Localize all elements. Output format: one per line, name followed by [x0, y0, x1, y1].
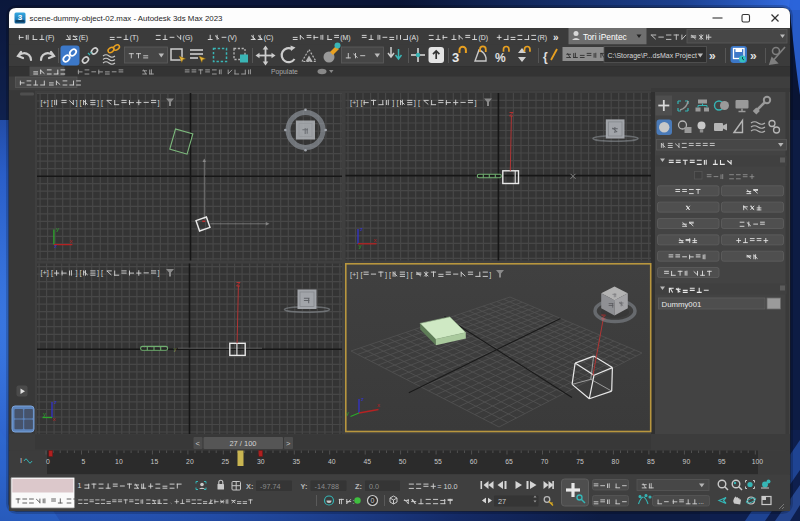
svg-text:y: y: [346, 410, 349, 416]
svg-text:(C): (C): [264, 34, 274, 42]
svg-text:(R): (R): [537, 34, 547, 42]
svg-text:30: 30: [257, 458, 265, 465]
svg-text:] [: ] [: [406, 270, 412, 279]
svg-text:(G): (G): [183, 34, 193, 42]
svg-text:-97.74: -97.74: [260, 482, 280, 491]
svg-text:] [: ] [: [75, 268, 81, 277]
svg-text:z: z: [360, 226, 363, 232]
svg-text:Y:: Y:: [301, 482, 308, 491]
svg-text:80: 80: [612, 458, 620, 465]
svg-text:40: 40: [328, 458, 336, 465]
svg-text:]: ]: [489, 270, 491, 279]
svg-text:(V): (V): [228, 34, 237, 42]
svg-text:]: ]: [158, 98, 160, 107]
svg-text:z: z: [361, 396, 364, 402]
svg-text:25: 25: [222, 458, 230, 465]
svg-text:Dummy001: Dummy001: [662, 300, 702, 309]
svg-text:0: 0: [46, 458, 50, 465]
svg-text:x: x: [53, 416, 56, 422]
svg-text:0.0: 0.0: [369, 482, 379, 491]
svg-text:85: 85: [647, 458, 655, 465]
svg-text:(M): (M): [340, 34, 350, 42]
svg-text:X:: X:: [246, 482, 253, 491]
svg-text:] [: ] [: [75, 98, 81, 107]
svg-text:100: 100: [752, 458, 764, 465]
svg-text:75: 75: [576, 458, 584, 465]
svg-text:] [: ] [: [385, 270, 391, 279]
svg-text:50: 50: [399, 458, 407, 465]
svg-text::: :: [353, 497, 355, 506]
svg-text:[+] [: [+] [: [350, 98, 363, 107]
svg-text:] [: ] [: [414, 98, 420, 107]
svg-text:] [: ] [: [97, 98, 103, 107]
svg-text:20: 20: [186, 458, 194, 465]
svg-text:65: 65: [505, 458, 513, 465]
svg-text:Tori iPentec: Tori iPentec: [583, 32, 627, 42]
svg-text:z: z: [54, 243, 57, 249]
svg-text:-14.788: -14.788: [315, 482, 339, 491]
svg-text:(D): (D): [478, 34, 488, 42]
svg-text:45: 45: [363, 458, 371, 465]
svg-text:x: x: [70, 238, 73, 244]
svg-text:70: 70: [541, 458, 549, 465]
svg-text:3: 3: [18, 13, 23, 22]
svg-text:...: ...: [698, 498, 704, 505]
svg-text:27: 27: [498, 497, 506, 506]
svg-text:Z:: Z:: [355, 482, 362, 491]
svg-text:10: 10: [115, 458, 123, 465]
svg-text:x: x: [374, 237, 377, 243]
svg-text:z: z: [54, 399, 57, 405]
svg-text:%: %: [495, 51, 506, 65]
svg-text:[+] [: [+] [: [41, 268, 54, 277]
svg-text:3: 3: [452, 50, 459, 65]
svg-text:0: 0: [371, 497, 375, 504]
svg-text:]: ]: [158, 268, 160, 277]
svg-text:1: 1: [78, 482, 82, 490]
svg-text:y: y: [358, 243, 361, 249]
svg-text:]: ]: [475, 98, 477, 107]
svg-text:90: 90: [683, 458, 691, 465]
svg-text:35: 35: [293, 458, 301, 465]
svg-text:[+] [: [+] [: [350, 270, 363, 279]
svg-text:27 / 100: 27 / 100: [229, 439, 256, 448]
svg-text:] [: ] [: [97, 268, 103, 277]
svg-text:x: x: [377, 402, 380, 408]
svg-text:15: 15: [151, 458, 159, 465]
svg-text:C:\Storage\P...dsMax Project: C:\Storage\P...dsMax Project: [608, 52, 697, 60]
svg-text:] [: ] [: [392, 98, 398, 107]
svg-text:(F): (F): [46, 34, 55, 42]
svg-text:I: I: [20, 456, 22, 465]
svg-text:(E): (E): [79, 34, 88, 42]
svg-text:»: »: [709, 49, 716, 63]
svg-text:(A): (A): [409, 34, 418, 42]
svg-text:{: {: [543, 50, 548, 64]
svg-text:y: y: [43, 411, 46, 417]
svg-text:scene-dummy-object-02.max - Au: scene-dummy-object-02.max - Autodesk 3ds…: [30, 14, 224, 23]
svg-text:(T): (T): [130, 34, 139, 42]
svg-text:<: <: [196, 439, 201, 448]
svg-text:>: >: [286, 439, 291, 448]
svg-text:= 10.0: = 10.0: [437, 482, 458, 491]
svg-text:Populate: Populate: [271, 68, 298, 76]
svg-text:y: y: [56, 226, 59, 232]
svg-text:95: 95: [718, 458, 726, 465]
svg-text:»: »: [553, 32, 559, 43]
svg-text:y: y: [174, 346, 177, 352]
svg-text:55: 55: [434, 458, 442, 465]
svg-text:[+] [: [+] [: [41, 98, 54, 107]
svg-text:»: »: [750, 49, 757, 63]
svg-text:5: 5: [82, 458, 86, 465]
svg-text:60: 60: [470, 458, 478, 465]
